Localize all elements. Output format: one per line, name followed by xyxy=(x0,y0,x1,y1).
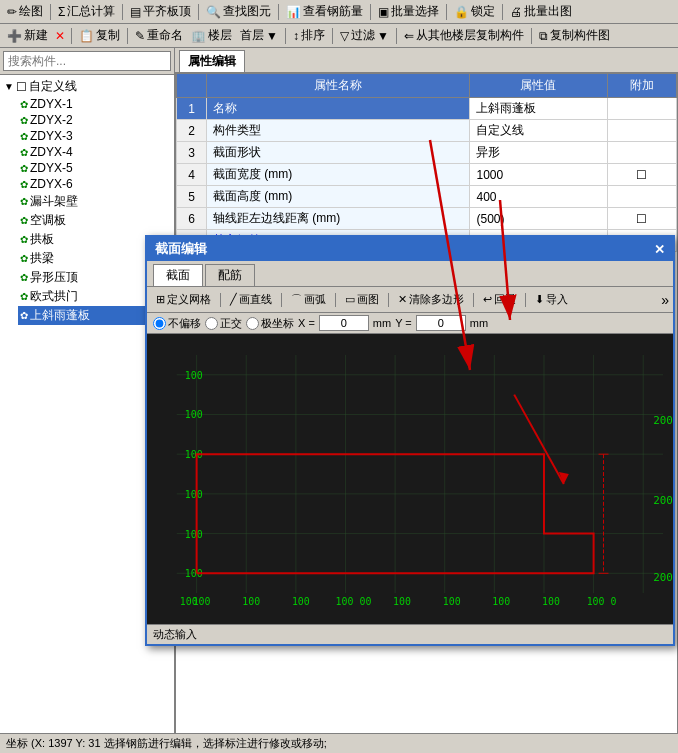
sep10 xyxy=(285,28,286,44)
tab-attr-edit[interactable]: 属性编辑 xyxy=(179,50,245,72)
toolbar-sum[interactable]: Σ 汇总计算 xyxy=(55,2,118,21)
svg-text:100: 100 xyxy=(185,529,203,540)
x-label: X = xyxy=(298,317,315,329)
sep3 xyxy=(198,4,199,20)
x-input[interactable] xyxy=(319,315,369,331)
cell-value[interactable]: 上斜雨蓬板 xyxy=(470,98,607,120)
tree-item-zdyx6[interactable]: ✿ ZDYX-6 xyxy=(18,176,172,192)
tree-item-zdyx5[interactable]: ✿ ZDYX-5 xyxy=(18,160,172,176)
cell-extra xyxy=(607,120,676,142)
radio-no-offset[interactable]: 不偏移 xyxy=(153,316,201,331)
sep4 xyxy=(278,4,279,20)
cell-extra[interactable]: ☐ xyxy=(607,164,676,186)
sigma-icon: Σ xyxy=(58,5,65,19)
radio-polar[interactable]: 极坐标 xyxy=(246,316,294,331)
cell-value[interactable]: 异形 xyxy=(470,142,607,164)
expand-btn[interactable]: » xyxy=(661,292,669,308)
cell-extra xyxy=(607,186,676,208)
tree-item-zdyx2[interactable]: ✿ ZDYX-2 xyxy=(18,112,172,128)
btn-define-grid[interactable]: ⊞ 定义网格 xyxy=(151,290,216,309)
leaf-icon: ✿ xyxy=(20,215,28,226)
cell-num: 6 xyxy=(177,208,207,230)
toolbar-flatten[interactable]: ▤ 平齐板顶 xyxy=(127,2,194,21)
toolbar-copy-parts[interactable]: ⧉ 复制构件图 xyxy=(536,26,613,45)
cell-value[interactable]: (500) xyxy=(470,208,607,230)
svg-text:100: 100 xyxy=(185,409,203,420)
search-input[interactable] xyxy=(3,51,171,71)
cell-value[interactable]: 自定义线 xyxy=(470,120,607,142)
filter-icon: ▽ xyxy=(340,29,349,43)
toolbar-delete[interactable]: ✕ xyxy=(53,29,67,43)
svg-text:200: 200 xyxy=(653,494,673,507)
print-icon: 🖨 xyxy=(510,5,522,19)
cell-value[interactable]: 400 xyxy=(470,186,607,208)
leaf-icon: ✿ xyxy=(20,99,28,110)
flatten-icon: ▤ xyxy=(130,5,141,19)
copy-parts-icon: ⧉ xyxy=(539,29,548,43)
expand-icon[interactable]: ▼ xyxy=(4,81,14,92)
dlg-sep1 xyxy=(220,293,221,307)
radio-orthogonal[interactable]: 正交 xyxy=(205,316,242,331)
cell-num: 2 xyxy=(177,120,207,142)
leaf-icon: ✿ xyxy=(20,179,28,190)
clear-icon: ✕ xyxy=(398,293,407,306)
y-input[interactable] xyxy=(416,315,466,331)
tree-root[interactable]: ▼ ☐ 自定义线 xyxy=(2,77,172,96)
toolbar-find[interactable]: 🔍 查找图元 xyxy=(203,2,274,21)
grid-icon: ⊞ xyxy=(156,293,165,306)
leaf-icon: ✿ xyxy=(20,291,28,302)
dialog-status: 动态输入 xyxy=(147,624,673,644)
y-label: Y = xyxy=(395,317,412,329)
toolbar-batch-print[interactable]: 🖨 批量出图 xyxy=(507,2,575,21)
table-row: 2 构件类型 自定义线 xyxy=(177,120,677,142)
toolbar-new[interactable]: ➕ 新建 xyxy=(4,26,51,45)
leaf-icon: ✿ xyxy=(20,234,28,245)
tree-item-zdyx3[interactable]: ✿ ZDYX-3 xyxy=(18,128,172,144)
toolbar-filter[interactable]: ▽ 过滤 ▼ xyxy=(337,26,392,45)
cad-canvas[interactable]: 100 100 100 100 100 100 100 100 100 100 … xyxy=(147,334,673,624)
toolbar-rename[interactable]: ✎ 重命名 xyxy=(132,26,186,45)
toolbar-base-floor[interactable]: 首层 ▼ xyxy=(237,26,281,45)
dialog-tab-rebar[interactable]: 配筋 xyxy=(205,264,255,286)
toolbar-check-rebar[interactable]: 📊 查看钢筋量 xyxy=(283,2,366,21)
toolbar-copy[interactable]: 📋 复制 xyxy=(76,26,123,45)
property-table: 属性名称 属性值 附加 1 xyxy=(176,73,677,252)
dialog-close-button[interactable]: ✕ xyxy=(654,242,665,257)
dialog-toolbar: ⊞ 定义网格 ╱ 画直线 ⌒ 画弧 ▭ 画图 ✕ 清除多边形 ↩ 回退 ⬇ xyxy=(147,287,673,313)
toolbar-batch-select[interactable]: ▣ 批量选择 xyxy=(375,2,442,21)
tree-item-kongtiao[interactable]: ✿ 空调板 xyxy=(18,211,172,230)
cell-extra[interactable]: ☐ xyxy=(607,208,676,230)
tree-item-loudou[interactable]: ✿ 漏斗架壁 xyxy=(18,192,172,211)
dropdown-icon: ▼ xyxy=(266,29,278,43)
tree-item-zdyx4[interactable]: ✿ ZDYX-4 xyxy=(18,144,172,160)
dialog-tab-section[interactable]: 截面 xyxy=(153,264,203,286)
cell-extra xyxy=(607,98,676,120)
btn-undo[interactable]: ↩ 回退 xyxy=(478,290,521,309)
copy-from-icon: ⇐ xyxy=(404,29,414,43)
section-editor-dialog: 截面编辑 ✕ 截面 配筋 ⊞ 定义网格 ╱ 画直线 ⌒ 画弧 ▭ 画图 xyxy=(145,235,675,646)
cell-num: 5 xyxy=(177,186,207,208)
sep11 xyxy=(332,28,333,44)
btn-import[interactable]: ⬇ 导入 xyxy=(530,290,573,309)
cell-value[interactable]: 1000 xyxy=(470,164,607,186)
draw-icon: ✏ xyxy=(7,5,17,19)
sort-icon: ↕ xyxy=(293,29,299,43)
svg-line-38 xyxy=(514,395,564,484)
toolbar-lock[interactable]: 🔒 锁定 xyxy=(451,2,498,21)
tree-item-zdyx1[interactable]: ✿ ZDYX-1 xyxy=(18,96,172,112)
toolbar-floor[interactable]: 🏢 楼层 xyxy=(188,26,235,45)
svg-text:100: 100 xyxy=(443,596,461,607)
btn-clear-poly[interactable]: ✕ 清除多边形 xyxy=(393,290,469,309)
leaf-icon: ✿ xyxy=(20,163,28,174)
cad-svg: 100 100 100 100 100 100 100 100 100 100 … xyxy=(147,334,673,624)
line-icon: ╱ xyxy=(230,293,237,306)
btn-draw-rect[interactable]: ▭ 画图 xyxy=(340,290,384,309)
cell-name: 构件类型 xyxy=(207,120,470,142)
btn-draw-arc[interactable]: ⌒ 画弧 xyxy=(286,290,331,309)
toolbar-sort[interactable]: ↕ 排序 xyxy=(290,26,328,45)
table-row: 6 轴线距左边线距离 (mm) (500) ☐ xyxy=(177,208,677,230)
toolbar-copy-from[interactable]: ⇐ 从其他楼层复制构件 xyxy=(401,26,527,45)
sep13 xyxy=(531,28,532,44)
toolbar-draw[interactable]: ✏ 绘图 xyxy=(4,2,46,21)
btn-draw-line[interactable]: ╱ 画直线 xyxy=(225,290,277,309)
